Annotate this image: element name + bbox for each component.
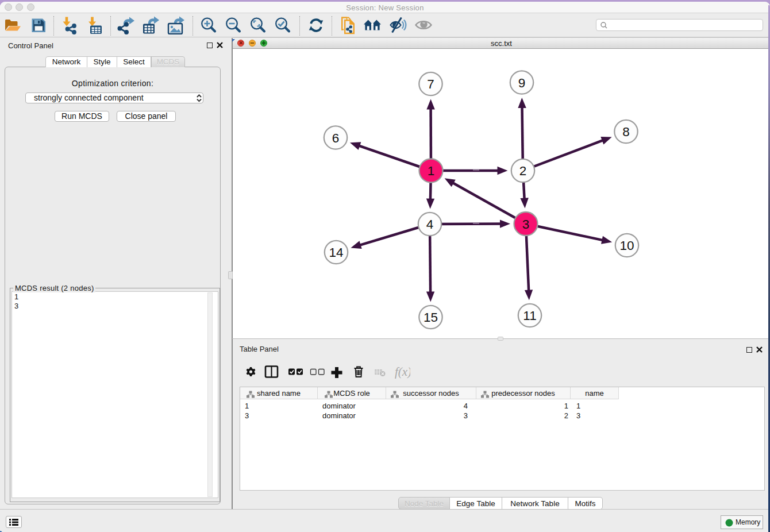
svg-text:3: 3 xyxy=(522,217,530,232)
svg-text:f(x): f(x) xyxy=(395,365,410,379)
svg-text:15: 15 xyxy=(424,310,438,325)
svg-text:11: 11 xyxy=(523,309,536,323)
svg-text:10: 10 xyxy=(619,238,634,253)
svg-text:8: 8 xyxy=(622,125,630,139)
svg-text:9: 9 xyxy=(518,76,526,90)
svg-text:4: 4 xyxy=(426,217,434,232)
svg-text:7: 7 xyxy=(427,77,434,91)
svg-text:1: 1 xyxy=(428,164,435,178)
svg-text:2: 2 xyxy=(519,164,527,178)
svg-text:14: 14 xyxy=(329,245,343,260)
svg-text:6: 6 xyxy=(332,131,340,145)
